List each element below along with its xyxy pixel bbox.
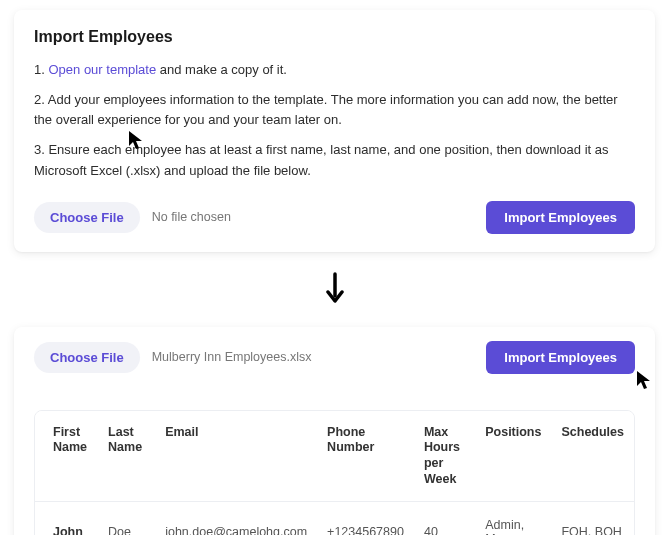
cell-email: john.doe@camelohq.com (155, 502, 317, 535)
import-employees-result-card: Choose File Mulberry Inn Employees.xlsx … (14, 327, 655, 535)
card-title: Import Employees (34, 28, 635, 46)
step-1-prefix: 1. (34, 62, 48, 77)
table-header-row: First Name Last Name Email Phone Number … (35, 411, 634, 502)
col-max-hours: Max Hours per Week (414, 411, 475, 502)
file-group: Choose File Mulberry Inn Employees.xlsx (34, 342, 311, 373)
actions-row: Choose File No file chosen Import Employ… (34, 201, 635, 234)
cell-first-name: John (35, 502, 98, 535)
open-template-link[interactable]: Open our template (48, 62, 156, 77)
col-positions: Positions (475, 411, 551, 502)
import-employees-button[interactable]: Import Employees (486, 341, 635, 374)
choose-file-button[interactable]: Choose File (34, 342, 140, 373)
cell-max-hours: 40 (414, 502, 475, 535)
col-email: Email (155, 411, 317, 502)
cell-positions: Admin, Manager (475, 502, 551, 535)
file-group: Choose File No file chosen (34, 202, 231, 233)
actions-row: Choose File Mulberry Inn Employees.xlsx … (34, 341, 635, 374)
import-employees-card: Import Employees 1. Open our template an… (14, 10, 655, 252)
col-schedules: Schedules (551, 411, 634, 502)
cell-phone: +1234567890 (317, 502, 414, 535)
instructions: 1. Open our template and make a copy of … (34, 60, 635, 181)
arrow-down-icon (10, 272, 659, 307)
col-phone: Phone Number (317, 411, 414, 502)
file-status-label: No file chosen (152, 210, 231, 224)
cell-schedules: FOH, BOH (551, 502, 634, 535)
step-1-suffix: and make a copy of it. (156, 62, 287, 77)
cell-last-name: Doe (98, 502, 155, 535)
col-last-name: Last Name (98, 411, 155, 502)
table-row: John Doe john.doe@camelohq.com +12345678… (35, 502, 634, 535)
import-employees-button[interactable]: Import Employees (486, 201, 635, 234)
cursor-icon (636, 370, 654, 395)
choose-file-button[interactable]: Choose File (34, 202, 140, 233)
file-name-label: Mulberry Inn Employees.xlsx (152, 350, 312, 364)
step-2: 2. Add your employees information to the… (34, 90, 635, 130)
step-3: 3. Ensure each employee has at least a f… (34, 140, 635, 180)
col-first-name: First Name (35, 411, 98, 502)
employees-preview-table: First Name Last Name Email Phone Number … (34, 410, 635, 535)
step-1: 1. Open our template and make a copy of … (34, 60, 635, 80)
